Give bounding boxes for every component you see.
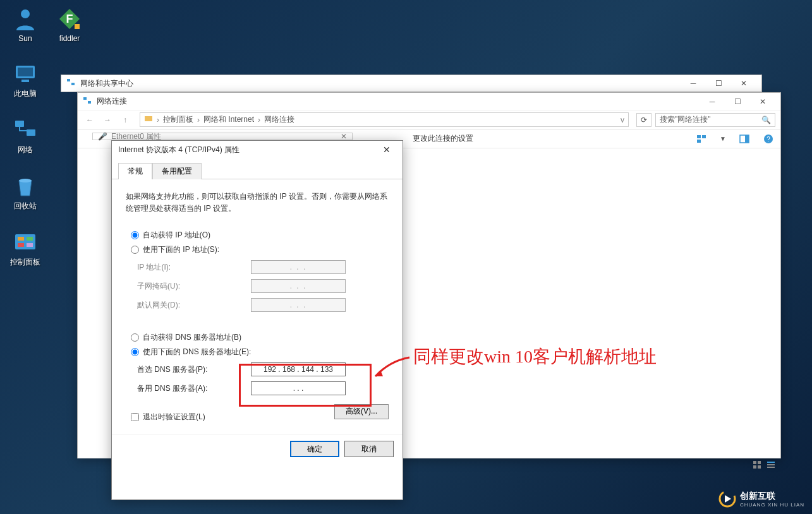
desktop-icon-label: 控制面板 xyxy=(10,257,40,268)
window-icon xyxy=(66,78,75,89)
svg-rect-30 xyxy=(758,465,761,469)
ok-button[interactable]: 确定 xyxy=(290,441,339,457)
radio-manual-ip[interactable] xyxy=(131,246,139,254)
desktop-icon-fiddler[interactable]: F fiddler xyxy=(51,6,88,43)
label-ip-address: IP 地址(I): xyxy=(137,262,251,273)
radio-auto-dns-label: 自动获得 DNS 服务器地址(B) xyxy=(143,332,241,343)
checkbox-validate-on-exit[interactable] xyxy=(131,413,139,421)
description-text: 如果网络支持此功能，则可以获取自动指派的 IP 设置。否则，你需要从网络系统管理… xyxy=(126,191,389,215)
desktop-icon-label: Sun xyxy=(18,34,32,43)
svg-rect-24 xyxy=(745,135,749,143)
window-icon xyxy=(83,96,92,107)
label-alternate-dns: 备用 DNS 服务器(A): xyxy=(137,383,251,394)
window-title: 网络和共享中心 xyxy=(80,78,133,89)
toolbar-change-settings[interactable]: 更改此连接的设置 xyxy=(413,133,473,144)
titlebar[interactable]: Internet 协议版本 4 (TCP/IPv4) 属性 ✕ xyxy=(112,141,403,158)
tab-general[interactable]: 常规 xyxy=(118,163,152,179)
mic-icon: 🎤 xyxy=(98,132,107,141)
view-icon-large[interactable] xyxy=(753,460,761,471)
annotation-text: 同样更改win 10客户机解析地址 xyxy=(413,345,657,369)
desktop-icon-label: 此电脑 xyxy=(14,88,37,99)
dropdown-icon[interactable]: v xyxy=(621,116,624,124)
input-default-gateway: . . . xyxy=(251,298,346,312)
svg-text:F: F xyxy=(66,13,73,25)
breadcrumb-item[interactable]: 网络和 Internet xyxy=(203,114,254,125)
help-icon[interactable]: ? xyxy=(763,133,774,145)
desktop-icon-sun[interactable]: Sun xyxy=(6,6,44,43)
checkbox-validate-label: 退出时验证设置(L) xyxy=(143,412,205,422)
svg-rect-28 xyxy=(758,461,761,464)
preview-pane-icon[interactable] xyxy=(739,133,750,145)
svg-point-0 xyxy=(21,9,30,18)
svg-rect-7 xyxy=(15,234,35,249)
minimize-button[interactable]: ─ xyxy=(681,76,706,91)
desktop-icon-thispc[interactable]: 此电脑 xyxy=(6,61,44,99)
svg-point-6 xyxy=(19,179,32,182)
svg-rect-33 xyxy=(767,467,775,468)
radio-auto-dns[interactable] xyxy=(131,333,139,342)
search-input[interactable]: 搜索"网络连接" 🔍 xyxy=(655,113,775,127)
dropdown-icon[interactable]: ▼ xyxy=(720,135,726,142)
navbar: ← → ↑ › 控制面板 › 网络和 Internet › 网络连接 v ⟳ 搜… xyxy=(78,111,780,129)
dialog-body: 如果网络支持此功能，则可以获取自动指派的 IP 设置。否则，你需要从网络系统管理… xyxy=(112,179,403,434)
svg-rect-18 xyxy=(88,101,91,104)
close-button[interactable]: ✕ xyxy=(750,94,775,109)
desktop-icons-column: Sun 此电脑 网络 回收站 控制面板 xyxy=(6,6,44,268)
svg-rect-16 xyxy=(71,83,75,85)
watermark-logo-icon xyxy=(718,490,736,508)
breadcrumb-item[interactable]: 控制面板 xyxy=(163,114,193,125)
breadcrumb[interactable]: › 控制面板 › 网络和 Internet › 网络连接 v xyxy=(140,112,629,127)
desktop-icon-control-panel[interactable]: 控制面板 xyxy=(6,229,44,268)
svg-rect-2 xyxy=(18,68,33,76)
tab-alternate-config[interactable]: 备用配置 xyxy=(152,163,202,179)
desktop-icon-label: fiddler xyxy=(59,34,80,43)
desktop-icons-column-2: F fiddler xyxy=(51,6,88,43)
desktop-icon-recycle[interactable]: 回收站 xyxy=(6,173,44,212)
svg-rect-22 xyxy=(697,140,701,143)
input-alternate-dns[interactable]: . . . xyxy=(251,381,346,395)
cancel-button[interactable]: 取消 xyxy=(344,441,394,457)
window-controls: ─ ☐ ✕ xyxy=(700,94,775,109)
svg-rect-8 xyxy=(18,237,24,241)
radio-manual-dns[interactable] xyxy=(131,348,139,356)
svg-rect-17 xyxy=(83,97,87,100)
svg-rect-29 xyxy=(753,465,756,469)
titlebar[interactable]: 网络连接 ─ ☐ ✕ xyxy=(78,93,780,111)
close-button[interactable]: ✕ xyxy=(731,76,756,91)
advanced-button[interactable]: 高级(V)... xyxy=(334,404,389,419)
svg-rect-31 xyxy=(767,462,775,463)
breadcrumb-item[interactable]: 网络连接 xyxy=(264,114,294,125)
desktop-icon-network[interactable]: 网络 xyxy=(6,117,44,155)
tabs: 常规 备用配置 xyxy=(112,162,403,179)
radio-manual-dns-label: 使用下面的 DNS 服务器地址(E): xyxy=(143,347,251,357)
watermark-brand: 创新互联 xyxy=(740,491,804,502)
nav-back-button[interactable]: ← xyxy=(83,116,97,124)
recycle-bin-icon xyxy=(13,173,38,198)
watermark: 创新互联 CHUANG XIN HU LIAN xyxy=(718,490,804,508)
radio-auto-ip[interactable] xyxy=(131,231,139,239)
nav-up-button[interactable]: ↑ xyxy=(118,116,132,124)
refresh-button[interactable]: ⟳ xyxy=(636,113,651,127)
computer-icon xyxy=(13,61,38,86)
desktop-icon-label: 网络 xyxy=(18,145,33,155)
minimize-button[interactable]: ─ xyxy=(700,94,725,109)
svg-rect-3 xyxy=(21,80,29,82)
maximize-button[interactable]: ☐ xyxy=(725,94,750,109)
watermark-sub: CHUANG XIN HU LIAN xyxy=(740,502,804,508)
close-icon[interactable]: ✕ xyxy=(341,132,347,141)
svg-text:?: ? xyxy=(767,136,770,143)
svg-rect-11 xyxy=(27,243,33,247)
nav-forward-button[interactable]: → xyxy=(100,116,114,124)
close-button[interactable]: ✕ xyxy=(377,145,396,155)
svg-rect-32 xyxy=(767,464,775,465)
input-preferred-dns[interactable]: 192 . 168 . 144 . 133 xyxy=(251,362,346,376)
view-options-icon[interactable] xyxy=(696,133,707,145)
window-network-sharing-center: 网络和共享中心 ─ ☐ ✕ xyxy=(61,75,762,92)
dialog-tcpipv4-properties: Internet 协议版本 4 (TCP/IPv4) 属性 ✕ 常规 备用配置 … xyxy=(111,140,403,500)
desktop-icon-label: 回收站 xyxy=(14,201,37,212)
maximize-button[interactable]: ☐ xyxy=(706,76,731,91)
view-icon-details[interactable] xyxy=(767,460,775,471)
user-icon xyxy=(13,6,38,32)
radio-manual-ip-label: 使用下面的 IP 地址(S): xyxy=(143,244,219,255)
network-icon xyxy=(13,117,38,142)
